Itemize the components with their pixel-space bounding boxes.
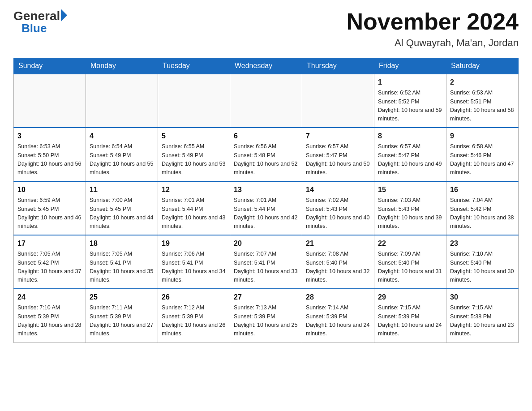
header-tuesday: Tuesday [158, 58, 230, 74]
day-number: 22 [378, 238, 442, 249]
week-row-4: 17Sunrise: 7:05 AMSunset: 5:42 PMDayligh… [14, 235, 519, 289]
day-info: Sunrise: 7:15 AMSunset: 5:38 PMDaylight:… [450, 304, 515, 338]
day-info: Sunrise: 6:55 AMSunset: 5:49 PMDaylight:… [162, 142, 226, 177]
day-info: Sunrise: 7:02 AMSunset: 5:43 PMDaylight:… [306, 196, 370, 231]
cell-week4-day5: 22Sunrise: 7:09 AMSunset: 5:40 PMDayligh… [374, 235, 446, 289]
header-sunday: Sunday [14, 58, 86, 74]
cell-week1-day3 [230, 74, 302, 128]
logo-triangle-icon [61, 9, 67, 21]
cell-week1-day2 [158, 74, 230, 128]
day-number: 8 [378, 131, 442, 141]
header-saturday: Saturday [446, 58, 519, 74]
day-number: 13 [234, 184, 298, 195]
day-number: 14 [306, 184, 370, 195]
cell-week5-day1: 25Sunrise: 7:11 AMSunset: 5:39 PMDayligh… [86, 289, 158, 342]
header-friday: Friday [374, 58, 446, 74]
day-number: 16 [450, 184, 515, 195]
cell-week5-day5: 29Sunrise: 7:15 AMSunset: 5:39 PMDayligh… [374, 289, 446, 342]
day-number: 26 [162, 292, 226, 303]
day-number: 5 [162, 131, 226, 141]
day-number: 3 [17, 131, 82, 141]
day-info: Sunrise: 7:14 AMSunset: 5:39 PMDaylight:… [306, 304, 370, 338]
day-info: Sunrise: 6:58 AMSunset: 5:46 PMDaylight:… [450, 142, 515, 177]
day-info: Sunrise: 7:10 AMSunset: 5:40 PMDaylight:… [450, 250, 515, 285]
day-number: 15 [378, 184, 442, 195]
cell-week1-day5: 1Sunrise: 6:52 AMSunset: 5:52 PMDaylight… [374, 74, 446, 128]
day-info: Sunrise: 7:13 AMSunset: 5:39 PMDaylight:… [234, 304, 298, 338]
day-number: 19 [162, 238, 226, 249]
cell-week3-day5: 15Sunrise: 7:03 AMSunset: 5:43 PMDayligh… [374, 181, 446, 235]
logo-blue-text: Blue [21, 21, 47, 35]
cell-week5-day3: 27Sunrise: 7:13 AMSunset: 5:39 PMDayligh… [230, 289, 302, 342]
week-row-5: 24Sunrise: 7:10 AMSunset: 5:39 PMDayligh… [14, 289, 519, 342]
cell-week3-day4: 14Sunrise: 7:02 AMSunset: 5:43 PMDayligh… [302, 181, 374, 235]
day-number: 29 [378, 292, 442, 303]
calendar-table: Sunday Monday Tuesday Wednesday Thursday… [13, 58, 519, 343]
cell-week4-day0: 17Sunrise: 7:05 AMSunset: 5:42 PMDayligh… [14, 235, 86, 289]
cell-week5-day2: 26Sunrise: 7:12 AMSunset: 5:39 PMDayligh… [158, 289, 230, 342]
location-title: Al Quwayrah, Ma'an, Jordan [347, 37, 519, 49]
day-number: 1 [378, 77, 442, 88]
day-info: Sunrise: 7:08 AMSunset: 5:40 PMDaylight:… [306, 250, 370, 285]
month-title: November 2024 [347, 9, 519, 34]
cell-week1-day1 [86, 74, 158, 128]
day-info: Sunrise: 7:04 AMSunset: 5:42 PMDaylight:… [450, 196, 515, 231]
day-info: Sunrise: 6:59 AMSunset: 5:45 PMDaylight:… [17, 196, 82, 231]
cell-week1-day4 [302, 74, 374, 128]
week-row-3: 10Sunrise: 6:59 AMSunset: 5:45 PMDayligh… [14, 181, 519, 235]
day-number: 27 [234, 292, 298, 303]
cell-week2-day3: 6Sunrise: 6:56 AMSunset: 5:48 PMDaylight… [230, 128, 302, 181]
logo-area: General Blue [13, 9, 67, 35]
day-number: 4 [90, 131, 154, 141]
day-number: 28 [306, 292, 370, 303]
day-info: Sunrise: 7:03 AMSunset: 5:43 PMDaylight:… [378, 196, 442, 231]
header: General Blue November 2024 Al Quwayrah, … [13, 9, 519, 49]
cell-week2-day5: 8Sunrise: 6:57 AMSunset: 5:47 PMDaylight… [374, 128, 446, 181]
cell-week2-day4: 7Sunrise: 6:57 AMSunset: 5:47 PMDaylight… [302, 128, 374, 181]
day-number: 12 [162, 184, 226, 195]
day-info: Sunrise: 6:57 AMSunset: 5:47 PMDaylight:… [378, 142, 442, 177]
cell-week5-day0: 24Sunrise: 7:10 AMSunset: 5:39 PMDayligh… [14, 289, 86, 342]
cell-week3-day6: 16Sunrise: 7:04 AMSunset: 5:42 PMDayligh… [446, 181, 519, 235]
day-info: Sunrise: 7:07 AMSunset: 5:41 PMDaylight:… [234, 250, 298, 285]
day-info: Sunrise: 7:00 AMSunset: 5:45 PMDaylight:… [90, 196, 154, 231]
header-thursday: Thursday [302, 58, 374, 74]
day-number: 25 [90, 292, 154, 303]
cell-week3-day3: 13Sunrise: 7:01 AMSunset: 5:44 PMDayligh… [230, 181, 302, 235]
cell-week4-day4: 21Sunrise: 7:08 AMSunset: 5:40 PMDayligh… [302, 235, 374, 289]
cell-week2-day0: 3Sunrise: 6:53 AMSunset: 5:50 PMDaylight… [14, 128, 86, 181]
weekday-header-row: Sunday Monday Tuesday Wednesday Thursday… [14, 58, 519, 74]
cell-week3-day2: 12Sunrise: 7:01 AMSunset: 5:44 PMDayligh… [158, 181, 230, 235]
day-info: Sunrise: 7:09 AMSunset: 5:40 PMDaylight:… [378, 250, 442, 285]
day-number: 2 [450, 77, 515, 88]
cell-week1-day0 [14, 74, 86, 128]
day-number: 11 [90, 184, 154, 195]
header-wednesday: Wednesday [230, 58, 302, 74]
week-row-2: 3Sunrise: 6:53 AMSunset: 5:50 PMDaylight… [14, 128, 519, 181]
day-info: Sunrise: 6:53 AMSunset: 5:50 PMDaylight:… [17, 142, 82, 177]
day-info: Sunrise: 6:52 AMSunset: 5:52 PMDaylight:… [378, 89, 442, 124]
day-info: Sunrise: 7:01 AMSunset: 5:44 PMDaylight:… [162, 196, 226, 231]
cell-week5-day4: 28Sunrise: 7:14 AMSunset: 5:39 PMDayligh… [302, 289, 374, 342]
day-info: Sunrise: 7:06 AMSunset: 5:41 PMDaylight:… [162, 250, 226, 285]
cell-week4-day2: 19Sunrise: 7:06 AMSunset: 5:41 PMDayligh… [158, 235, 230, 289]
cell-week1-day6: 2Sunrise: 6:53 AMSunset: 5:51 PMDaylight… [446, 74, 519, 128]
day-number: 24 [17, 292, 82, 303]
day-number: 7 [306, 131, 370, 141]
day-number: 10 [17, 184, 82, 195]
day-number: 23 [450, 238, 515, 249]
day-info: Sunrise: 6:53 AMSunset: 5:51 PMDaylight:… [450, 89, 515, 124]
day-info: Sunrise: 6:57 AMSunset: 5:47 PMDaylight:… [306, 142, 370, 177]
cell-week3-day1: 11Sunrise: 7:00 AMSunset: 5:45 PMDayligh… [86, 181, 158, 235]
header-monday: Monday [86, 58, 158, 74]
day-info: Sunrise: 7:01 AMSunset: 5:44 PMDaylight:… [234, 196, 298, 231]
day-info: Sunrise: 6:56 AMSunset: 5:48 PMDaylight:… [234, 142, 298, 177]
day-info: Sunrise: 7:05 AMSunset: 5:42 PMDaylight:… [17, 250, 82, 285]
cell-week2-day2: 5Sunrise: 6:55 AMSunset: 5:49 PMDaylight… [158, 128, 230, 181]
cell-week2-day6: 9Sunrise: 6:58 AMSunset: 5:46 PMDaylight… [446, 128, 519, 181]
day-info: Sunrise: 7:15 AMSunset: 5:39 PMDaylight:… [378, 304, 442, 338]
cell-week4-day3: 20Sunrise: 7:07 AMSunset: 5:41 PMDayligh… [230, 235, 302, 289]
day-number: 17 [17, 238, 82, 249]
cell-week4-day6: 23Sunrise: 7:10 AMSunset: 5:40 PMDayligh… [446, 235, 519, 289]
cell-week2-day1: 4Sunrise: 6:54 AMSunset: 5:49 PMDaylight… [86, 128, 158, 181]
